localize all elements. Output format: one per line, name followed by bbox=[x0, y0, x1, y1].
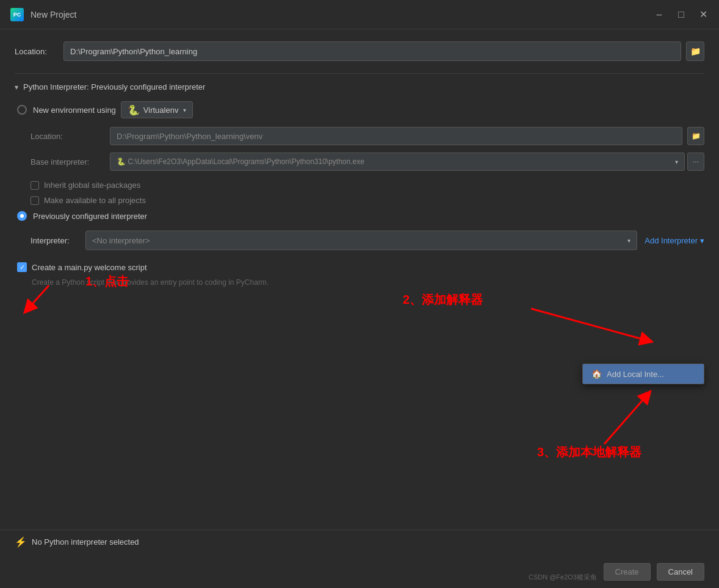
interpreter-select-dropdown[interactable]: <No interpreter> ▾ bbox=[85, 231, 637, 250]
svg-line-3 bbox=[531, 309, 647, 340]
location-input[interactable] bbox=[63, 41, 681, 61]
add-interpreter-dropdown-menu: 🏠 Add Local Inte... bbox=[582, 364, 704, 384]
base-interpreter-row: Base interpreter: 🐍 C:\Users\Fe2O3\AppDa… bbox=[31, 152, 704, 171]
status-text: No Python interpreter selected bbox=[32, 537, 139, 547]
virtualenv-dropdown[interactable]: 🐍 Virtualenv ▾ bbox=[121, 101, 193, 118]
add-interpreter-arrow-icon: ▾ bbox=[700, 236, 704, 245]
virtualenv-name: Virtualenv bbox=[143, 106, 179, 115]
status-warning-icon: ⚡ bbox=[15, 536, 27, 548]
base-interpreter-more-button[interactable]: ··· bbox=[687, 152, 704, 171]
new-env-sub-fields: Location: 📁 Base interpreter: 🐍 C:\Users… bbox=[15, 127, 704, 171]
location-folder-button[interactable]: 📁 bbox=[686, 41, 704, 61]
interpreter-section-header: ▾ Python Interpreter: Previously configu… bbox=[15, 73, 704, 91]
base-interpreter-select[interactable]: 🐍 C:\Users\Fe2O3\AppData\Local\Programs\… bbox=[110, 152, 685, 171]
venv-location-label: Location: bbox=[31, 132, 110, 141]
inherit-packages-label: Inherit global site-packages bbox=[44, 181, 140, 190]
title-bar: PC New Project – □ ✕ bbox=[0, 0, 719, 29]
watermark: CSDN @Fe2O3稷采鱼 bbox=[529, 573, 597, 582]
create-mainpy-label: Create a main.py welcome script bbox=[32, 263, 147, 272]
location-row: Location: 📁 bbox=[15, 41, 704, 61]
add-local-icon: 🏠 bbox=[591, 369, 602, 379]
add-interpreter-label: Add Interpreter bbox=[645, 236, 698, 245]
interpreter-select-arrow-icon: ▾ bbox=[627, 237, 630, 244]
app-icon: PC bbox=[10, 7, 24, 22]
create-mainpy-checkbox[interactable]: ✓ bbox=[17, 262, 27, 272]
add-local-interpreter-item[interactable]: 🏠 Add Local Inte... bbox=[583, 364, 704, 384]
section-chevron-icon: ▾ bbox=[15, 83, 18, 91]
create-mainpy-section: ✓ Create a main.py welcome script Create… bbox=[15, 262, 704, 287]
interpreter-selector-row: Interpreter: <No interpreter> ▾ Add Inte… bbox=[15, 231, 704, 250]
checkbox-check-icon: ✓ bbox=[20, 264, 25, 271]
base-interpreter-dropdown-arrow: ▾ bbox=[675, 159, 678, 165]
prev-configured-label: Previously configured interpreter bbox=[33, 212, 147, 221]
maximize-button[interactable]: □ bbox=[675, 9, 687, 21]
make-available-checkbox[interactable] bbox=[31, 196, 39, 205]
make-available-label: Make available to all projects bbox=[44, 196, 146, 205]
svg-line-5 bbox=[604, 395, 647, 444]
cancel-button[interactable]: Cancel bbox=[657, 563, 704, 581]
window-controls: – □ ✕ bbox=[653, 9, 709, 21]
virtualenv-icon: 🐍 bbox=[128, 104, 140, 116]
venv-location-folder-button[interactable]: 📁 bbox=[687, 127, 704, 145]
create-mainpy-sublabel: Create a Python script that provides an … bbox=[17, 278, 269, 287]
new-environment-option[interactable]: New environment using 🐍 Virtualenv ▾ bbox=[15, 101, 704, 118]
prev-configured-radio[interactable] bbox=[17, 211, 27, 221]
interpreter-section-title: Python Interpreter: Previously configure… bbox=[23, 82, 205, 91]
virtualenv-dropdown-arrow: ▾ bbox=[183, 107, 186, 113]
svg-line-1 bbox=[28, 285, 49, 309]
location-label: Location: bbox=[15, 47, 63, 56]
dialog-content: Location: 📁 ▾ Python Interpreter: Previo… bbox=[0, 29, 719, 588]
status-bar: ⚡ No Python interpreter selected bbox=[0, 529, 719, 554]
interpreter-select-value: <No interpreter> bbox=[92, 236, 150, 245]
new-env-radio[interactable] bbox=[17, 105, 27, 115]
prev-configured-option[interactable]: Previously configured interpreter bbox=[15, 211, 704, 221]
new-env-label: New environment using bbox=[33, 106, 116, 115]
venv-location-row: Location: 📁 bbox=[31, 127, 704, 145]
close-button[interactable]: ✕ bbox=[697, 9, 709, 21]
base-interpreter-label: Base interpreter: bbox=[31, 157, 110, 167]
venv-location-input[interactable] bbox=[110, 127, 682, 145]
pycharm-logo: PC bbox=[10, 8, 24, 21]
svg-text:2、添加解释器: 2、添加解释器 bbox=[403, 293, 483, 306]
create-button[interactable]: Create bbox=[604, 563, 651, 581]
svg-text:3、添加本地解释器: 3、添加本地解释器 bbox=[537, 445, 642, 459]
make-available-row: Make available to all projects bbox=[15, 196, 704, 205]
add-interpreter-button[interactable]: Add Interpreter ▾ bbox=[645, 236, 704, 245]
inherit-packages-checkbox[interactable] bbox=[31, 181, 39, 190]
add-local-label: Add Local Inte... bbox=[607, 370, 664, 379]
bottom-buttons: Create Cancel bbox=[589, 556, 720, 588]
base-interpreter-value: 🐍 C:\Users\Fe2O3\AppData\Local\Programs\… bbox=[117, 157, 364, 166]
inherit-packages-row: Inherit global site-packages bbox=[15, 181, 704, 190]
window-title: New Project bbox=[31, 10, 653, 20]
minimize-button[interactable]: – bbox=[653, 9, 665, 21]
interpreter-field-label: Interpreter: bbox=[31, 236, 85, 245]
